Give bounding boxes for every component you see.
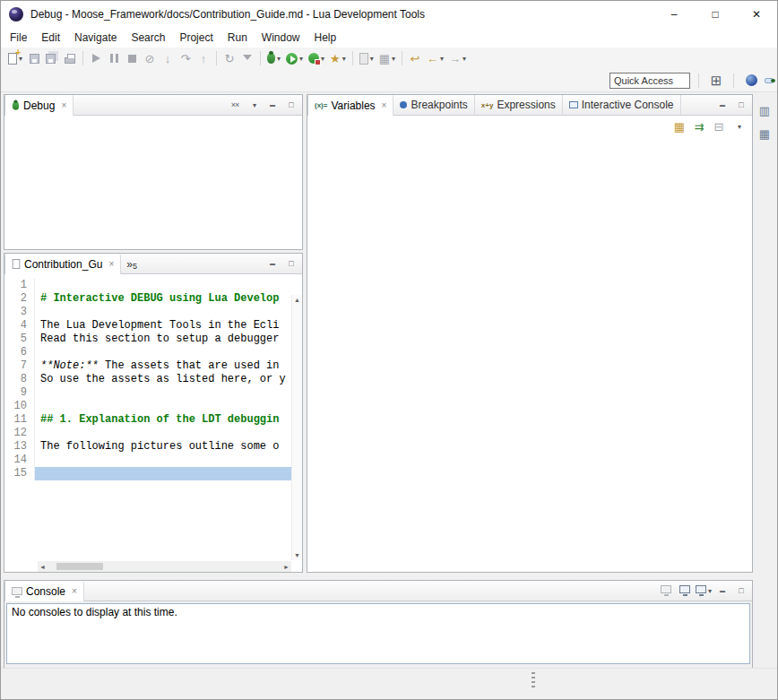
minimize-view-button[interactable]: ▬: [714, 583, 730, 599]
maximize-view-button[interactable]: □: [733, 583, 749, 599]
tab-debug-label: Debug: [23, 99, 55, 112]
variables-view-body: [307, 137, 752, 572]
menu-project[interactable]: Project: [172, 29, 220, 47]
remove-terminated-button[interactable]: ××: [227, 97, 243, 113]
last-edit-location-button[interactable]: ↩: [406, 48, 424, 68]
tab-console[interactable]: Console ×: [4, 581, 84, 601]
new-wizard-button[interactable]: ▾: [5, 48, 25, 68]
editor-body[interactable]: 1 2# Interactive DEBUG using Lua Develop…: [4, 274, 302, 572]
save-all-button[interactable]: [43, 48, 61, 68]
wand-button[interactable]: ★ ▾: [327, 48, 349, 68]
forward-button[interactable]: → ▾: [446, 48, 469, 68]
menu-window[interactable]: Window: [255, 29, 307, 47]
ldt-perspective-button[interactable]: [742, 71, 760, 91]
line-emphasis: **Note:**: [40, 359, 99, 372]
display-selected-console-button[interactable]: [677, 583, 693, 599]
tab-variables[interactable]: (x)= Variables ×: [307, 95, 393, 116]
open-perspective-button[interactable]: ⊞: [707, 71, 725, 91]
debug-perspective-button[interactable]: [765, 78, 774, 83]
editor-line[interactable]: 7**Note:** The assets that are used in: [4, 359, 291, 373]
resume-button[interactable]: [87, 48, 105, 68]
close-icon[interactable]: ×: [108, 259, 114, 269]
minimize-view-button[interactable]: ▬: [714, 97, 730, 113]
toolbar-extra-button-1[interactable]: ▾: [357, 48, 376, 68]
tab-breakpoints[interactable]: Breakpoints: [393, 95, 474, 115]
scroll-left-icon[interactable]: ◄: [38, 564, 48, 570]
step-filters-button[interactable]: [238, 48, 256, 68]
minimize-view-button[interactable]: ▬: [264, 255, 281, 272]
close-icon[interactable]: ×: [382, 100, 387, 110]
editor-overflow-button[interactable]: »5: [121, 254, 143, 273]
run-button[interactable]: ▾: [283, 48, 306, 68]
save-button[interactable]: [25, 48, 43, 68]
menu-file[interactable]: File: [3, 29, 34, 47]
disconnect-button[interactable]: ⊘: [141, 48, 159, 68]
minimized-view-button-2[interactable]: ▦: [756, 125, 774, 143]
back-button[interactable]: ← ▾: [424, 48, 446, 68]
console-output[interactable]: No consoles to display at this time.: [6, 603, 750, 664]
menu-navigate[interactable]: Navigate: [67, 29, 124, 47]
menu-edit[interactable]: Edit: [34, 29, 67, 47]
editor-line[interactable]: 6: [4, 346, 291, 359]
minimize-view-button[interactable]: ▬: [264, 97, 281, 113]
view-menu-button[interactable]: ▾: [246, 97, 262, 113]
editor-line[interactable]: 10: [4, 400, 291, 413]
scroll-down-icon[interactable]: ▼: [292, 552, 302, 558]
open-console-button[interactable]: [658, 583, 674, 599]
tab-contribution-guide[interactable]: Contribution_Gu ×: [4, 254, 121, 274]
editor-line[interactable]: 4The Lua Development Tools in the Ecli: [4, 319, 291, 333]
tab-expressions[interactable]: x+y Expressions: [475, 95, 563, 115]
tab-interactive-console[interactable]: Interactive Console: [563, 95, 681, 115]
menu-help[interactable]: Help: [307, 29, 344, 47]
view-menu-button[interactable]: ▾: [730, 118, 747, 134]
scrollbar-thumb[interactable]: [56, 563, 103, 570]
quick-access-input[interactable]: [609, 73, 690, 89]
external-tools-button[interactable]: ▾: [306, 48, 327, 68]
step-over-button[interactable]: ↷: [177, 48, 194, 68]
editor-line[interactable]: 5Read this section to setup a debugger: [4, 333, 291, 346]
print-button[interactable]: [61, 48, 79, 68]
new-console-button[interactable]: ▾: [696, 583, 712, 599]
close-icon[interactable]: ×: [72, 586, 77, 596]
menu-run[interactable]: Run: [220, 29, 255, 47]
editor-line[interactable]: 8So use the assets as listed here, or y: [4, 373, 291, 386]
menu-search[interactable]: Search: [124, 29, 172, 47]
show-columns-button[interactable]: ▦: [671, 118, 687, 134]
step-return-icon: ↑: [201, 53, 207, 65]
editor-line[interactable]: 9: [4, 386, 291, 400]
toolbar-separator: [698, 73, 699, 88]
step-into-button[interactable]: ↓: [159, 48, 177, 68]
maximize-icon: □: [739, 586, 743, 595]
show-logical-structure-button[interactable]: ⇉: [691, 118, 707, 134]
status-bar: [1, 668, 777, 699]
window-maximize-button[interactable]: □: [695, 1, 736, 28]
scroll-up-icon[interactable]: ▲: [292, 297, 302, 303]
maximize-view-button[interactable]: □: [733, 97, 749, 113]
maximize-view-button[interactable]: □: [283, 255, 299, 272]
editor-line[interactable]: 12: [4, 427, 291, 440]
sash-handle[interactable]: [532, 672, 535, 688]
editor-line[interactable]: 3: [4, 306, 291, 319]
step-return-button[interactable]: ↑: [194, 48, 212, 68]
editor-line[interactable]: 14: [4, 454, 291, 467]
debug-button[interactable]: ▾: [264, 48, 283, 68]
close-icon[interactable]: ×: [61, 100, 66, 110]
editor-vertical-scrollbar[interactable]: ▲ ▼: [291, 295, 302, 560]
scroll-right-icon[interactable]: ►: [281, 564, 291, 570]
restart-button[interactable]: ↻: [220, 48, 238, 68]
editor-horizontal-scrollbar[interactable]: ◄ ►: [38, 561, 291, 572]
terminate-button[interactable]: [123, 48, 141, 68]
editor-line[interactable]: 1: [4, 279, 291, 292]
window-close-button[interactable]: ✕: [736, 1, 777, 28]
tab-debug[interactable]: Debug ×: [4, 95, 73, 116]
collapse-all-button[interactable]: ⊟: [711, 118, 727, 134]
editor-line-current[interactable]: 15: [4, 467, 291, 480]
editor-line[interactable]: 13The following pictures outline some o: [4, 440, 291, 454]
editor-line[interactable]: 11## 1. Explanation of the LDT debuggin: [4, 413, 291, 427]
window-minimize-button[interactable]: –: [653, 1, 695, 28]
editor-line[interactable]: 2# Interactive DEBUG using Lua Develop: [4, 292, 291, 306]
minimized-view-button-1[interactable]: ▥: [756, 101, 774, 119]
maximize-view-button[interactable]: □: [283, 97, 299, 113]
suspend-button[interactable]: [105, 48, 123, 68]
toolbar-extra-button-2[interactable]: ▦ ▾: [376, 48, 398, 68]
